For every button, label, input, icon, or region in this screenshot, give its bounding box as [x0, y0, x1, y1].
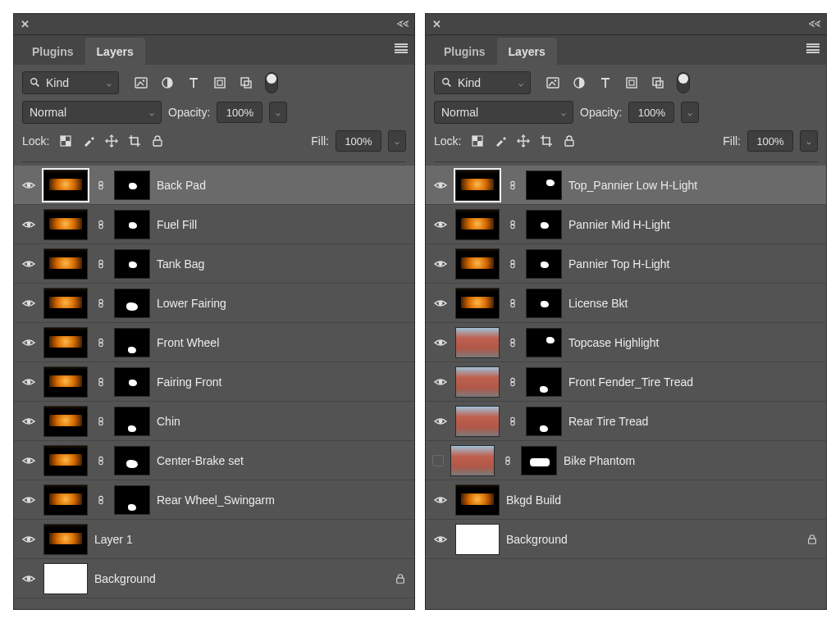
layer-thumbnail[interactable] [455, 288, 500, 319]
layer-row[interactable]: Pannier Mid H-Light [426, 205, 826, 244]
lock-artboard-icon[interactable] [540, 134, 553, 148]
layer-thumbnail[interactable] [455, 248, 500, 280]
visibility-toggle[interactable] [432, 493, 449, 507]
visibility-toggle[interactable] [21, 179, 37, 192]
visibility-toggle[interactable] [432, 257, 449, 271]
layer-name[interactable]: Background [506, 533, 798, 546]
visibility-toggle[interactable] [21, 218, 37, 231]
layer-name[interactable]: Bike Phantom [564, 454, 819, 467]
visibility-toggle[interactable] [21, 297, 37, 310]
layer-name[interactable]: Center-Brake set [157, 454, 408, 467]
panel-menu-icon[interactable] [395, 43, 408, 53]
layer-row[interactable]: Fuel Fill [14, 205, 414, 244]
layer-row[interactable]: Fairing Front [14, 362, 414, 402]
filter-pixel-icon[interactable] [134, 75, 148, 90]
layer-row[interactable]: Front Fender_Tire Tread [426, 362, 826, 402]
layer-thumbnail[interactable] [43, 288, 88, 319]
visibility-toggle[interactable] [21, 336, 37, 349]
visibility-toggle[interactable] [432, 297, 449, 310]
filter-toggle[interactable] [677, 72, 690, 93]
layer-mask-thumbnail[interactable] [114, 367, 150, 397]
layer-thumbnail[interactable] [450, 445, 495, 476]
visibility-toggle[interactable] [21, 454, 37, 467]
layer-row[interactable]: Bkgd Build [426, 480, 826, 520]
layer-mask-thumbnail[interactable] [114, 328, 150, 357]
close-icon[interactable]: ✕ [21, 18, 30, 30]
layer-name[interactable]: Front Fender_Tire Tread [568, 375, 819, 389]
lock-pixels-icon[interactable] [82, 134, 95, 148]
layer-thumbnail[interactable] [43, 406, 88, 437]
layer-row[interactable]: Back Pad [14, 166, 414, 205]
visibility-toggle[interactable] [432, 218, 449, 231]
fill-dropdown-button[interactable]: ⌵ [388, 130, 406, 152]
layer-row[interactable]: Layer 1 [14, 520, 414, 559]
blend-mode-select[interactable]: Normal ⌵ [22, 101, 162, 124]
visibility-toggle[interactable] [432, 336, 449, 349]
fill-input[interactable]: 100% [336, 130, 381, 152]
filter-smartobject-icon[interactable] [239, 75, 253, 90]
layer-thumbnail[interactable] [455, 209, 500, 240]
layer-thumbnail[interactable] [43, 327, 88, 358]
layer-name[interactable]: Top_Pannier Low H-Light [568, 179, 819, 192]
layer-row[interactable]: Tank Bag [14, 244, 414, 284]
layer-mask-thumbnail[interactable] [114, 485, 150, 515]
layer-thumbnail[interactable] [455, 327, 500, 358]
layer-row[interactable]: Front Wheel [14, 323, 414, 362]
layer-mask-thumbnail[interactable] [526, 367, 562, 397]
fill-dropdown-button[interactable]: ⌵ [800, 130, 818, 152]
layer-mask-thumbnail[interactable] [526, 249, 562, 279]
visibility-toggle[interactable] [432, 415, 449, 428]
filter-type-icon[interactable] [186, 75, 201, 90]
layer-mask-thumbnail[interactable] [114, 210, 150, 239]
layer-name[interactable]: Rear Tire Tread [568, 415, 819, 428]
layer-name[interactable]: Lower Fairing [157, 297, 408, 310]
layer-name[interactable]: Chin [157, 415, 408, 428]
blend-mode-select[interactable]: Normal ⌵ [434, 101, 573, 124]
layer-row[interactable]: Chin [14, 402, 414, 441]
filter-kind-select[interactable]: Kind ⌵ [22, 71, 119, 94]
filter-adjustment-icon[interactable] [572, 75, 587, 90]
opacity-dropdown-button[interactable]: ⌵ [681, 102, 699, 123]
layer-mask-thumbnail[interactable] [114, 407, 150, 436]
layer-name[interactable]: Front Wheel [157, 336, 408, 349]
layer-row[interactable]: Center-Brake set [14, 441, 414, 480]
layer-thumbnail[interactable] [455, 170, 500, 201]
lock-transparent-icon[interactable] [59, 134, 72, 148]
visibility-toggle[interactable] [21, 415, 37, 428]
filter-adjustment-icon[interactable] [160, 75, 175, 90]
visibility-toggle[interactable] [432, 375, 449, 389]
layer-mask-thumbnail[interactable] [526, 210, 562, 239]
fill-input[interactable]: 100% [747, 130, 793, 152]
layer-mask-thumbnail[interactable] [521, 446, 557, 475]
layer-row[interactable]: License Bkt [426, 284, 826, 323]
visibility-toggle[interactable] [21, 257, 37, 271]
layer-row[interactable]: Rear Tire Tread [426, 402, 826, 441]
filter-smartobject-icon[interactable] [651, 75, 665, 90]
visibility-toggle[interactable] [21, 533, 37, 546]
layer-thumbnail[interactable] [455, 484, 500, 516]
filter-type-icon[interactable] [598, 75, 613, 90]
visibility-toggle[interactable] [21, 493, 37, 507]
lock-position-icon[interactable] [105, 134, 118, 148]
opacity-input[interactable]: 100% [628, 102, 674, 123]
layer-thumbnail[interactable] [43, 484, 88, 516]
panel-titlebar[interactable]: ✕ ∢∢ [426, 14, 826, 35]
layer-thumbnail[interactable] [43, 209, 88, 240]
collapse-icon[interactable]: ∢∢ [396, 19, 408, 30]
lock-pixels-icon[interactable] [494, 134, 507, 148]
layer-thumbnail[interactable] [43, 524, 88, 555]
tab-plugins[interactable]: Plugins [432, 38, 497, 65]
filter-kind-select[interactable]: Kind ⌵ [434, 71, 531, 94]
opacity-input[interactable]: 100% [217, 102, 262, 123]
collapse-icon[interactable]: ∢∢ [808, 19, 819, 30]
lock-artboard-icon[interactable] [128, 134, 141, 148]
layer-row[interactable]: Topcase Highlight [426, 323, 826, 362]
opacity-dropdown-button[interactable]: ⌵ [269, 102, 287, 123]
close-icon[interactable]: ✕ [432, 18, 441, 30]
layer-name[interactable]: License Bkt [568, 297, 819, 310]
lock-all-icon[interactable] [151, 134, 164, 148]
layer-thumbnail[interactable] [455, 524, 500, 555]
visibility-toggle[interactable] [432, 455, 444, 466]
lock-position-icon[interactable] [517, 134, 530, 148]
layer-mask-thumbnail[interactable] [526, 171, 562, 200]
